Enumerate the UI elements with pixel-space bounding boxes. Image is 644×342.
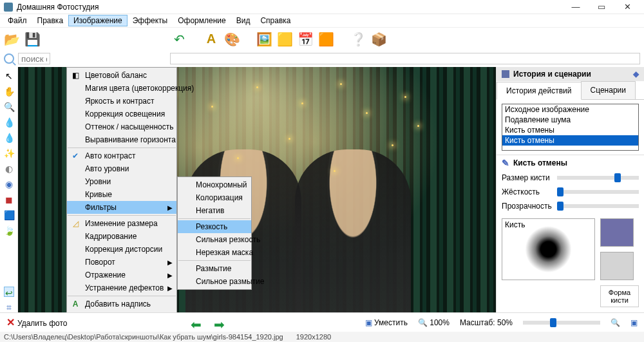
color-swatch-2[interactable] bbox=[600, 252, 634, 280]
delete-photo-button[interactable]: ✕Удалить фото bbox=[6, 316, 67, 328]
open-icon[interactable]: 📂 bbox=[4, 32, 19, 47]
menu-effects[interactable]: Эффекты bbox=[128, 15, 173, 26]
menu-brightness[interactable]: Яркость и контраст bbox=[67, 95, 176, 108]
menu-edit[interactable]: Правка bbox=[32, 15, 69, 26]
filter-negative[interactable]: Негатив bbox=[178, 204, 251, 217]
zoom-tool-icon[interactable]: 🔍 bbox=[4, 102, 14, 112]
brush-undo-icon[interactable]: ↩ bbox=[4, 287, 14, 297]
zoom-plus-icon[interactable]: 🔍 bbox=[611, 318, 620, 327]
brush-hardness-row: Жёсткость bbox=[497, 185, 644, 199]
path-field[interactable] bbox=[170, 53, 640, 64]
panel-tabs: История действий Сценарии bbox=[497, 81, 644, 100]
text-icon[interactable]: A bbox=[204, 32, 219, 47]
menu-hue-sat[interactable]: Оттенок / насыщенность bbox=[67, 120, 176, 133]
search-input[interactable] bbox=[18, 53, 50, 64]
hand-tool-icon[interactable]: ✋ bbox=[4, 86, 14, 97]
tab-scenarios[interactable]: Сценарии bbox=[581, 81, 636, 99]
pointer-tool-icon[interactable]: ↖ bbox=[4, 71, 14, 81]
menu-add-text[interactable]: AДобавить надпись bbox=[67, 298, 176, 310]
save-icon[interactable]: 💾 bbox=[24, 32, 40, 47]
leaf-tool-icon[interactable]: 🍃 bbox=[4, 225, 14, 236]
picture-icon[interactable]: 🖼️ bbox=[256, 32, 272, 47]
brush-shape-button[interactable]: Форма кисти bbox=[600, 285, 639, 307]
slider-thumb[interactable] bbox=[614, 173, 621, 182]
menu-bar: Файл Правка Изображение Эффекты Оформлен… bbox=[0, 14, 644, 27]
filter-sharpen[interactable]: Резкость bbox=[178, 220, 251, 233]
menu-image[interactable]: Изображение bbox=[68, 15, 128, 26]
drop2-tool-icon[interactable]: 💧 bbox=[4, 133, 14, 143]
workarea: ↖ ✋ 🔍 💧 💧 ✨ ◐ ◉ ◼ 🟦 🍃 ↩ ⌗ bbox=[0, 67, 644, 312]
zoom-slider[interactable] bbox=[523, 321, 600, 325]
filter-strong-sharpen[interactable]: Сильная резкость bbox=[178, 233, 251, 246]
slider-thumb[interactable] bbox=[557, 187, 564, 196]
menu-flip[interactable]: Отражение▶ bbox=[67, 269, 176, 281]
fit-button[interactable]: ▣ Уместить bbox=[365, 318, 408, 327]
brush-opacity-slider[interactable] bbox=[557, 204, 639, 208]
box-icon[interactable]: 📦 bbox=[371, 32, 386, 47]
person-2 bbox=[295, 149, 411, 312]
filter-mono[interactable]: Монохромный bbox=[178, 178, 251, 191]
menu-filters[interactable]: Фильтры▶ bbox=[67, 201, 176, 214]
menu-crop[interactable]: Кадрирование bbox=[67, 230, 176, 243]
menu-fix-defects[interactable]: Устранение дефектов▶ bbox=[67, 281, 176, 294]
filter-blur[interactable]: Размытие bbox=[178, 262, 251, 275]
undo-icon[interactable]: ↶ bbox=[171, 32, 187, 47]
menu-view[interactable]: Вид bbox=[231, 15, 256, 26]
card-icon[interactable]: 🟧 bbox=[318, 32, 334, 47]
menu-color-balance[interactable]: ◧Цветовой баланс bbox=[67, 69, 176, 82]
history-item[interactable]: Исходное изображение bbox=[502, 104, 638, 115]
menu-color-magic[interactable]: Магия цвета (цветокоррекция) bbox=[67, 82, 176, 95]
swirl-tool-icon[interactable]: ◉ bbox=[4, 179, 14, 189]
color-swatch-1[interactable] bbox=[600, 218, 634, 247]
history-item[interactable]: Кисть отмены bbox=[502, 125, 638, 135]
slider-thumb[interactable] bbox=[557, 202, 564, 211]
dropper-tool-icon[interactable]: 💧 bbox=[4, 117, 14, 128]
menu-rotate[interactable]: Поворот▶ bbox=[67, 256, 176, 269]
zoom-100-button[interactable]: 🔍 100% bbox=[418, 318, 450, 327]
menu-resize[interactable]: ◿Изменение размера bbox=[67, 217, 176, 230]
palette-icon[interactable]: 🎨 bbox=[224, 32, 240, 47]
circle-tool-icon[interactable]: ◐ bbox=[4, 164, 14, 174]
history-item[interactable]: Подавление шума bbox=[502, 115, 638, 125]
menu-distortion[interactable]: Коррекция дисторсии bbox=[67, 243, 176, 256]
menu-file[interactable]: Файл bbox=[3, 15, 32, 26]
square-tool-icon[interactable]: ◼ bbox=[4, 195, 14, 205]
search-icon bbox=[4, 53, 14, 64]
filter-unsharp-mask[interactable]: Нерезкая маска bbox=[178, 246, 251, 259]
filter-colorize[interactable]: Колоризация bbox=[178, 191, 251, 204]
submenu-arrow-icon: ▶ bbox=[167, 285, 173, 292]
menu-auto-levels[interactable]: Авто уровни bbox=[67, 162, 176, 175]
calendar-icon[interactable]: 📅 bbox=[298, 32, 313, 47]
collapse-icon[interactable]: ◆ bbox=[633, 70, 639, 79]
grad-tool-icon[interactable]: 🟦 bbox=[4, 210, 14, 220]
crop-tool-icon[interactable]: ⌗ bbox=[4, 302, 14, 312]
menu-add-borders[interactable]: Добавить границы bbox=[67, 310, 176, 312]
frame-icon[interactable]: 🟨 bbox=[277, 32, 292, 47]
next-arrow-icon[interactable]: ➡ bbox=[214, 317, 227, 328]
menu-help[interactable]: Справка bbox=[255, 15, 296, 26]
maximize-button[interactable]: ▭ bbox=[589, 2, 614, 12]
help-icon[interactable]: ❔ bbox=[350, 32, 366, 47]
menu-horizon[interactable]: Выравнивание горизонта bbox=[67, 133, 176, 146]
menu-lighting[interactable]: Коррекция освещения bbox=[67, 108, 176, 120]
brush-hardness-slider[interactable] bbox=[557, 190, 639, 194]
slider-thumb[interactable] bbox=[550, 318, 556, 327]
prev-arrow-icon[interactable]: ⬅ bbox=[191, 317, 204, 328]
close-button[interactable]: ✕ bbox=[614, 2, 640, 12]
menu-decoration[interactable]: Оформление bbox=[173, 15, 231, 26]
canvas[interactable]: ◧Цветовой баланс Магия цвета (цветокорре… bbox=[18, 67, 496, 312]
filter-strong-blur[interactable]: Сильное размытие bbox=[178, 275, 251, 288]
submenu-arrow-icon: ▶ bbox=[167, 204, 173, 211]
minimize-button[interactable]: — bbox=[563, 2, 589, 12]
menu-auto-contrast[interactable]: ✔Авто контраст bbox=[67, 149, 176, 162]
menu-levels[interactable]: Уровни bbox=[67, 175, 176, 188]
status-bar: ✕Удалить фото ⬅ ➡ ▣ Уместить 🔍 100% Масш… bbox=[0, 312, 644, 342]
history-list[interactable]: Исходное изображение Подавление шума Кис… bbox=[502, 104, 639, 151]
tab-history[interactable]: История действий bbox=[497, 82, 582, 100]
menu-curves[interactable]: Кривые bbox=[67, 188, 176, 201]
app-title: Домашняя Фотостудия bbox=[17, 3, 563, 12]
magic-tool-icon[interactable]: ✨ bbox=[4, 148, 14, 158]
brush-size-slider[interactable] bbox=[557, 176, 639, 180]
info-icon[interactable]: ▣ bbox=[630, 318, 638, 327]
history-item-selected[interactable]: Кисть отмены bbox=[502, 135, 638, 146]
